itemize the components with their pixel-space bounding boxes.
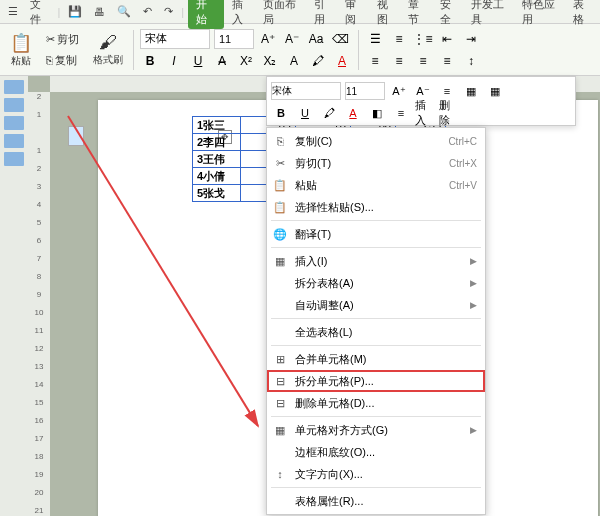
tab-sections[interactable]: 章节 [404, 0, 431, 29]
increase-font-icon[interactable]: A⁺ [258, 29, 278, 49]
menu-cut[interactable]: ✂剪切(T)Ctrl+X [267, 152, 485, 174]
mini-bold-icon[interactable]: B [271, 104, 291, 122]
change-case-icon[interactable]: Aa [306, 29, 326, 49]
cut-icon: ✂ [46, 33, 55, 46]
mini-border-icon[interactable]: ▦ [461, 82, 481, 100]
thumbnail-panel [0, 76, 28, 516]
page-thumbnail[interactable] [4, 134, 24, 148]
menu-separator [271, 247, 481, 248]
ruler-tick: 3 [32, 182, 46, 191]
mini-font-color-icon[interactable]: A [343, 104, 363, 122]
mini-underline-icon[interactable]: U [295, 104, 315, 122]
increase-indent-icon[interactable]: ⇥ [461, 29, 481, 49]
mini-highlight-icon[interactable]: 🖍 [319, 104, 339, 122]
tab-page-layout[interactable]: 页面布局 [259, 0, 306, 29]
menu-merge-cells[interactable]: ⊞合并单元格(M) [267, 348, 485, 370]
tab-review[interactable]: 审阅 [341, 0, 368, 29]
page-thumbnail[interactable] [4, 116, 24, 130]
tab-view[interactable]: 视图 [373, 0, 400, 29]
table-cell[interactable]: 3王伟 [193, 151, 241, 168]
menu-cell-align[interactable]: ▦单元格对齐方式(G)▶ [267, 419, 485, 441]
tab-references[interactable]: 引用 [310, 0, 337, 29]
mini-fill-icon[interactable]: ◧ [367, 104, 387, 122]
menu-paste-special[interactable]: 📋选择性粘贴(S)... [267, 196, 485, 218]
tab-table[interactable]: 表格 [569, 0, 596, 29]
brush-icon: 🖌 [99, 32, 117, 53]
format-painter-button[interactable]: 🖌 格式刷 [89, 30, 127, 69]
numbering-icon[interactable]: ≡ [389, 29, 409, 49]
print-icon[interactable]: 🖶 [90, 4, 109, 20]
menu-auto-fit[interactable]: 自动调整(A)▶ [267, 294, 485, 316]
line-spacing-icon[interactable]: ↕ [461, 51, 481, 71]
menu-border-shading[interactable]: 边框和底纹(O)... [267, 441, 485, 463]
table-cell[interactable]: 5张戈 [193, 185, 241, 202]
ruler-tick: 8 [32, 272, 46, 281]
insert-icon: ▦ [273, 255, 287, 268]
tab-security[interactable]: 安全 [436, 0, 463, 29]
mini-insert-button[interactable]: 插入 [415, 104, 435, 122]
menu-table-properties[interactable]: 表格属性(R)... [267, 490, 485, 512]
mini-increase-font-icon[interactable]: A⁺ [389, 82, 409, 100]
align-center-icon[interactable]: ≡ [389, 51, 409, 71]
align-icon: ▦ [273, 424, 287, 437]
mini-grid-icon[interactable]: ▦ [485, 82, 505, 100]
mini-font-name[interactable] [271, 82, 341, 100]
text-effect-icon[interactable]: A [284, 51, 304, 71]
copy-button[interactable]: ⎘复制 [42, 51, 83, 70]
font-name-select[interactable] [140, 29, 210, 49]
preview-icon[interactable]: 🔍 [113, 3, 135, 20]
menu-delete-cells[interactable]: ⊟删除单元格(D)... [267, 392, 485, 414]
font-size-select[interactable] [214, 29, 254, 49]
mini-delete-button[interactable]: 删除 [439, 104, 459, 122]
paste-button[interactable]: 📋 粘贴 [6, 30, 36, 70]
bold-icon[interactable]: B [140, 51, 160, 71]
menu-hamburger[interactable]: ☰ [4, 3, 22, 20]
menu-file[interactable]: 文件 [26, 0, 53, 29]
subscript-icon[interactable]: X₂ [260, 51, 280, 71]
ruler-tick: 1 [32, 110, 46, 119]
page-thumbnail[interactable] [4, 80, 24, 94]
superscript-icon[interactable]: X² [236, 51, 256, 71]
font-color-icon[interactable]: A [332, 51, 352, 71]
menu-translate[interactable]: 🌐翻译(T) [267, 223, 485, 245]
copy-icon: ⎘ [273, 135, 287, 147]
vertical-ruler: 21123456789101112131415161718192021 [28, 92, 50, 516]
mini-font-size[interactable] [345, 82, 385, 100]
align-left-icon[interactable]: ≡ [365, 51, 385, 71]
tab-home[interactable]: 开始 [188, 0, 223, 29]
undo-icon[interactable]: ↶ [139, 3, 156, 20]
menu-split-table[interactable]: 拆分表格(A)▶ [267, 272, 485, 294]
decrease-font-icon[interactable]: A⁻ [282, 29, 302, 49]
justify-icon[interactable]: ≡ [437, 51, 457, 71]
menu-select-all-table[interactable]: 全选表格(L) [267, 321, 485, 343]
menu-paste[interactable]: 📋粘贴Ctrl+V [267, 174, 485, 196]
strikethrough-icon[interactable]: A̶ [212, 51, 232, 71]
tab-insert[interactable]: 插入 [228, 0, 255, 29]
merge-icon: ⊞ [273, 353, 287, 366]
table-cell[interactable]: 2李四 [193, 134, 241, 151]
bullets-icon[interactable]: ☰ [365, 29, 385, 49]
menu-insert[interactable]: ▦插入(I)▶ [267, 250, 485, 272]
ruler-tick: 21 [32, 506, 46, 515]
cut-button[interactable]: ✂剪切 [42, 30, 83, 49]
italic-icon[interactable]: I [164, 51, 184, 71]
align-right-icon[interactable]: ≡ [413, 51, 433, 71]
tab-special[interactable]: 特色应用 [518, 0, 565, 29]
menu-copy[interactable]: ⎘复制(C)Ctrl+C [267, 130, 485, 152]
menu-text-direction[interactable]: ↕文字方向(X)... [267, 463, 485, 485]
clear-format-icon[interactable]: ⌫ [330, 29, 350, 49]
page-thumbnail[interactable] [4, 98, 24, 112]
page-thumbnail[interactable] [4, 152, 24, 166]
tab-developer[interactable]: 开发工具 [467, 0, 514, 29]
divider: | [181, 6, 184, 18]
underline-icon[interactable]: U [188, 51, 208, 71]
table-cell[interactable]: 4小倩 [193, 168, 241, 185]
redo-icon[interactable]: ↷ [160, 3, 177, 20]
menu-split-cells[interactable]: ⊟拆分单元格(P)... [267, 370, 485, 392]
multilevel-icon[interactable]: ⋮≡ [413, 29, 433, 49]
highlight-icon[interactable]: 🖍 [308, 51, 328, 71]
decrease-indent-icon[interactable]: ⇤ [437, 29, 457, 49]
mini-align-icon[interactable]: ≡ [391, 104, 411, 122]
table-cell[interactable]: 1张三 [193, 117, 241, 134]
save-icon[interactable]: 💾 [64, 3, 86, 20]
